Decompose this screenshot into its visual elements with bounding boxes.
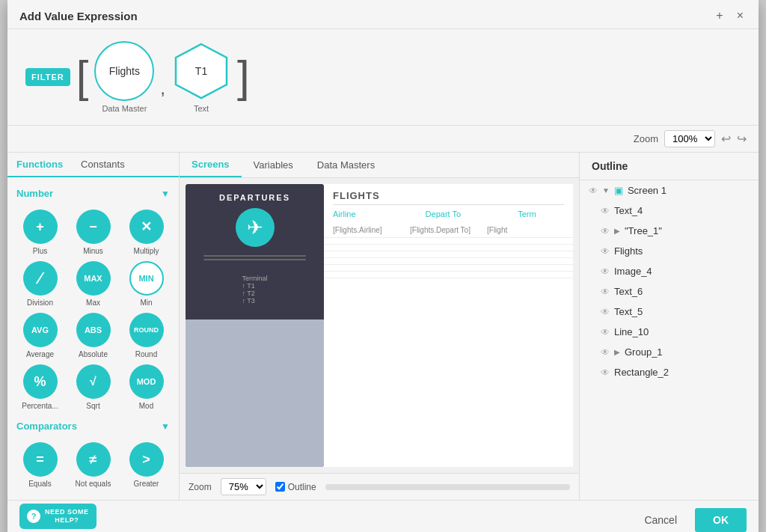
screen1-label: Screen 1 (628, 185, 750, 196)
main-area: Functions Constants Number ▼ + Plus − Mi… (7, 152, 759, 500)
center-bottom: Zoom 75% Outline (180, 473, 579, 500)
maximize-button[interactable]: + (713, 9, 726, 22)
outline-item-tree1[interactable]: 👁 ▶ "Tree_1" (580, 221, 759, 241)
text-node[interactable]: T1 Text (171, 41, 231, 113)
flights-title: FLIGHTS (324, 184, 573, 204)
filter-badge: FILTER (25, 68, 70, 86)
greater-label: Greater (134, 480, 159, 488)
percent-circle: % (23, 364, 58, 399)
equals-circle: = (23, 442, 58, 477)
plus-circle: + (23, 210, 58, 244)
mod-label: Mod (139, 402, 153, 410)
not-equals-label: Not equals (76, 480, 111, 488)
tab-functions[interactable]: Functions (7, 153, 72, 177)
left-tabs: Functions Constants (7, 153, 179, 177)
average-btn[interactable]: AVG Average (16, 313, 64, 358)
round-label: Round (135, 350, 157, 358)
plane-unicode: ✈ (247, 216, 263, 239)
tab-constants[interactable]: Constants (72, 153, 134, 176)
plane-icon: ✈ (236, 208, 275, 247)
tab-variables[interactable]: Variables (242, 153, 305, 177)
eye-icon-flights: 👁 (601, 246, 610, 257)
outline-checkbox[interactable] (275, 482, 285, 492)
outline-list: 👁 ▼ ▣ Screen 1 👁 Text_4 👁 ▶ "Tree_1" 👁 F… (580, 180, 759, 500)
text6-label: Text_6 (614, 286, 750, 297)
division-btn[interactable]: ⁄ Division (16, 261, 64, 307)
max-circle: MAX (76, 261, 111, 296)
sqrt-btn[interactable]: √ Sqrt (70, 364, 117, 410)
table-row-empty-5 (324, 265, 573, 272)
eye-icon-image4: 👁 (601, 266, 610, 277)
average-circle: AVG (23, 313, 58, 347)
dialog-title: Add Value Expression (19, 10, 138, 22)
outline-item-group1[interactable]: 👁 ▶ Group_1 (580, 342, 759, 362)
col-term: Term (518, 210, 564, 218)
outline-item-rect2[interactable]: 👁 Rectangle_2 (580, 362, 759, 382)
eye-icon-text6: 👁 (601, 287, 610, 297)
multiply-btn[interactable]: ✕ Multiply (123, 210, 170, 255)
expand-group1[interactable]: ▶ (614, 348, 620, 356)
plus-btn[interactable]: + Plus (16, 210, 64, 255)
absolute-btn[interactable]: ABS Absolute (70, 313, 117, 358)
zoom-bar: Zoom 100% ↩ ↪ (7, 126, 759, 152)
minus-btn[interactable]: − Minus (70, 210, 117, 255)
ok-button[interactable]: OK (695, 508, 747, 532)
title-bar-controls: + × (713, 9, 747, 22)
screen-preview: DEPARTURES ✈ Terminal ↑ T1 ↑ T2 ↑ T (180, 178, 579, 473)
outline-item-image4[interactable]: 👁 Image_4 (580, 261, 759, 281)
flights-circle[interactable]: Flights (94, 41, 154, 101)
data-master-node[interactable]: Flights Data Master (94, 41, 154, 113)
outline-checkbox-label[interactable]: Outline (275, 482, 316, 492)
horizontal-scrollbar[interactable] (325, 484, 570, 490)
line-1 (203, 255, 306, 257)
comma-separator: , (160, 78, 165, 99)
screen-icon: ▣ (614, 185, 623, 196)
undo-icon[interactable]: ↩ (721, 132, 731, 146)
line10-label: Line_10 (614, 326, 750, 337)
redo-icon[interactable]: ↪ (737, 132, 747, 146)
max-btn[interactable]: MAX Max (70, 261, 117, 307)
table-row: [Flights.Airline] [Flights.Depart To] [F… (324, 223, 573, 238)
division-label: Division (27, 299, 53, 307)
outline-item-line10[interactable]: 👁 Line_10 (580, 322, 759, 342)
outline-item-text4[interactable]: 👁 Text_4 (580, 201, 759, 221)
center-panel: Screens Variables Data Masters DEPARTURE… (180, 153, 579, 500)
expand-screen1[interactable]: ▼ (602, 186, 610, 195)
greater-circle: > (129, 442, 164, 477)
number-section-header[interactable]: Number ▼ (13, 183, 173, 204)
phone-light-area (186, 319, 324, 467)
comparators-section-header[interactable]: Comparators ▼ (13, 416, 173, 436)
screen-zoom-select[interactable]: 75% (221, 478, 266, 495)
percent-btn[interactable]: % Percenta... (16, 364, 64, 410)
mod-circle: MOD (129, 364, 164, 399)
zoom-select[interactable]: 100% (664, 130, 715, 147)
tab-screens[interactable]: Screens (180, 153, 242, 177)
min-btn[interactable]: MIN Min (123, 261, 170, 307)
right-panel: Outline 👁 ▼ ▣ Screen 1 👁 Text_4 👁 ▶ "Tre… (579, 153, 759, 500)
equals-btn[interactable]: = Equals (16, 442, 64, 488)
help-button[interactable]: ? NEED SOMEHELP? (19, 504, 96, 529)
col-depart: Depart To (426, 210, 518, 218)
outline-item-screen1[interactable]: 👁 ▼ ▣ Screen 1 (580, 180, 759, 201)
zoom-label: Zoom (634, 133, 658, 144)
expand-tree1[interactable]: ▶ (614, 227, 620, 235)
tree1-label: "Tree_1" (625, 225, 750, 236)
outline-item-text5[interactable]: 👁 Text_5 (580, 302, 759, 322)
line-2 (203, 259, 306, 260)
tab-data-masters[interactable]: Data Masters (305, 153, 387, 177)
title-bar: Add Value Expression + × (7, 0, 759, 29)
cell-term: [Flight (487, 226, 564, 234)
col-airline: Airline (333, 210, 426, 218)
round-btn[interactable]: ROUND Round (123, 313, 170, 358)
round-circle: ROUND (129, 313, 164, 347)
outline-item-flights[interactable]: 👁 Flights (580, 241, 759, 261)
cancel-button[interactable]: Cancel (634, 510, 687, 531)
greater-btn[interactable]: > Greater (123, 442, 170, 488)
outline-item-text6[interactable]: 👁 Text_6 (580, 281, 759, 302)
mod-btn[interactable]: MOD Mod (123, 364, 170, 410)
not-equals-btn[interactable]: ≠ Not equals (70, 442, 117, 488)
close-button[interactable]: × (734, 9, 747, 22)
table-row-empty-6 (324, 272, 573, 278)
eye-icon-group1: 👁 (601, 347, 610, 358)
help-text: NEED SOMEHELP? (45, 508, 89, 525)
